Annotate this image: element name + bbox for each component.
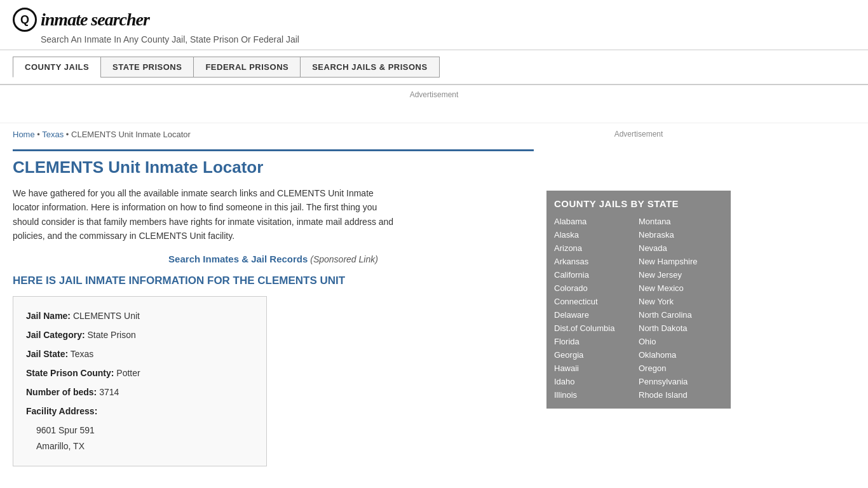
state-link[interactable]: North Dakota: [639, 322, 723, 334]
number-of-beds-label: Number of beds:: [26, 387, 97, 397]
number-of-beds-row: Number of beds: 3714: [26, 383, 254, 401]
jail-name-val: CLEMENTS Unit: [73, 311, 140, 321]
state-link[interactable]: Idaho: [554, 376, 639, 388]
number-of-beds-val: 3714: [99, 387, 119, 397]
state-link[interactable]: Montana: [639, 215, 723, 227]
page-description: We have gathered for you all the availab…: [13, 186, 394, 243]
state-link[interactable]: Oklahoma: [639, 349, 723, 361]
ad-sidebar: Advertisement: [546, 130, 731, 180]
state-columns: AlabamaAlaskaArizonaArkansasCaliforniaCo…: [554, 215, 723, 401]
state-link[interactable]: Arkansas: [554, 255, 639, 268]
jail-state-val: Texas: [71, 349, 94, 359]
state-link[interactable]: Alaska: [554, 229, 639, 241]
state-link[interactable]: Delaware: [554, 309, 639, 321]
breadcrumb: Home • Texas • CLEMENTS Unit Inmate Loca…: [13, 130, 534, 139]
content-area: Home • Texas • CLEMENTS Unit Inmate Loca…: [13, 123, 534, 473]
state-link[interactable]: Arizona: [554, 242, 639, 254]
main-layout: Home • Texas • CLEMENTS Unit Inmate Loca…: [0, 123, 868, 473]
state-prison-county-val: Potter: [116, 368, 140, 378]
sidebar: Advertisement COUNTY JAILS BY STATE Alab…: [546, 123, 731, 473]
jail-state-label: Jail State:: [26, 349, 68, 359]
state-link[interactable]: Nevada: [639, 242, 723, 254]
state-link[interactable]: Ohio: [639, 336, 723, 348]
state-link[interactable]: Nebraska: [639, 229, 723, 241]
nav-federal-prisons[interactable]: FEDERAL PRISONS: [193, 57, 300, 78]
info-box: Jail Name: CLEMENTS Unit Jail Category: …: [13, 296, 267, 466]
jail-category-label: Jail Category:: [26, 330, 85, 340]
state-link[interactable]: Florida: [554, 336, 639, 348]
state-link[interactable]: Oregon: [639, 362, 723, 374]
state-link[interactable]: New Jersey: [639, 269, 723, 281]
address-line1: 9601 Spur 591: [36, 423, 254, 438]
state-link[interactable]: North Carolina: [639, 309, 723, 321]
jail-name-row: Jail Name: CLEMENTS Unit: [26, 307, 254, 325]
state-link[interactable]: Hawaii: [554, 362, 639, 374]
state-prison-county-label: State Prison County:: [26, 368, 114, 378]
address-block: 9601 Spur 591 Amarillo, TX: [36, 423, 254, 454]
state-link[interactable]: California: [554, 269, 639, 281]
state-link[interactable]: Connecticut: [554, 295, 639, 308]
state-col-1: AlabamaAlaskaArizonaArkansasCaliforniaCo…: [554, 215, 639, 401]
nav-bar: COUNTY JAILS STATE PRISONS FEDERAL PRISO…: [0, 50, 868, 85]
sponsored-link[interactable]: Search Inmates & Jail Records: [168, 254, 308, 264]
logo-area: Q inmate searcher: [13, 8, 855, 32]
nav-county-jails[interactable]: COUNTY JAILS: [13, 57, 100, 78]
jail-state-row: Jail State: Texas: [26, 345, 254, 363]
facility-address-row: Facility Address: 9601 Spur 591 Amarillo…: [26, 402, 254, 454]
state-col-2: MontanaNebraskaNevadaNew HampshireNew Je…: [639, 215, 723, 401]
state-link[interactable]: Dist.of Columbia: [554, 322, 639, 334]
address-line2: Amarillo, TX: [36, 438, 254, 454]
tagline: Search An Inmate In Any County Jail, Sta…: [41, 34, 855, 44]
breadcrumb-current: • CLEMENTS Unit Inmate Locator: [66, 130, 191, 139]
sponsored-link-area: Search Inmates & Jail Records (Sponsored…: [13, 254, 534, 264]
ad-banner: Advertisement: [0, 85, 868, 123]
state-link[interactable]: New Mexico: [639, 282, 723, 294]
nav-search-jails[interactable]: SEARCH JAILS & PRISONS: [300, 57, 439, 78]
state-link[interactable]: Georgia: [554, 349, 639, 361]
facility-address-label: Facility Address:: [26, 406, 97, 416]
jail-category-val: State Prison: [87, 330, 135, 340]
logo-text: inmate searcher: [41, 10, 149, 30]
state-link[interactable]: New Hampshire: [639, 255, 723, 268]
state-link[interactable]: Pennsylvania: [639, 376, 723, 388]
state-box-title: COUNTY JAILS BY STATE: [554, 198, 723, 209]
state-link[interactable]: Rhode Island: [639, 389, 723, 401]
breadcrumb-home[interactable]: Home: [13, 130, 35, 139]
jail-category-row: Jail Category: State Prison: [26, 326, 254, 344]
header: Q inmate searcher Search An Inmate In An…: [0, 0, 868, 50]
breadcrumb-state[interactable]: Texas: [42, 130, 64, 139]
nav-state-prisons[interactable]: STATE PRISONS: [100, 57, 193, 78]
page-title: CLEMENTS Unit Inmate Locator: [13, 149, 534, 177]
state-link[interactable]: Illinois: [554, 389, 639, 401]
state-link[interactable]: Alabama: [554, 215, 639, 227]
state-box: COUNTY JAILS BY STATE AlabamaAlaskaArizo…: [546, 191, 731, 409]
jail-name-label: Jail Name:: [26, 311, 71, 321]
logo-icon: Q: [13, 8, 37, 32]
state-prison-county-row: State Prison County: Potter: [26, 364, 254, 382]
state-link[interactable]: Colorado: [554, 282, 639, 294]
sponsored-note-text: (Sponsored Link): [310, 254, 378, 264]
state-link[interactable]: New York: [639, 295, 723, 308]
section-header: HERE IS JAIL INMATE INFORMATION FOR THE …: [13, 274, 534, 287]
